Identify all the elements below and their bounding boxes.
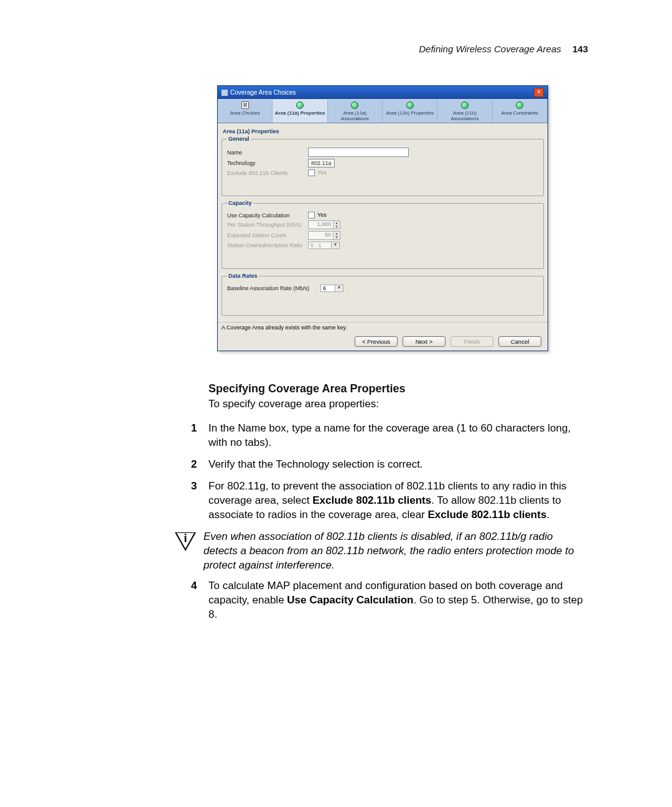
titlebar[interactable]: Coverage Area Choices × [218, 86, 548, 99]
step-icon [351, 101, 358, 109]
oversub-label: Station Oversubscription Ratio [227, 242, 308, 248]
oversub-select: 5 : 1▼ [308, 242, 340, 249]
steps-list: 1 In the Name box, type a name for the c… [190, 422, 588, 522]
row-use-capacity: Use Capacity Calculation Yes [227, 212, 538, 219]
step-text: Verify that the Technology selection is … [208, 458, 423, 470]
tab-area-choices[interactable]: Area Choices [218, 99, 273, 123]
data-rates-legend: Data Rates [227, 273, 259, 279]
row-per-station: Per Station Throughput (Kb/s) 1,000▲▼ [227, 220, 538, 229]
step-3: 3 For 802.11g, to prevent the associatio… [208, 479, 588, 522]
step-icon [516, 101, 523, 109]
window-title: Coverage Area Choices [230, 89, 296, 96]
use-capacity-checkbox[interactable]: Yes [308, 212, 327, 219]
dialog-coverage-area-choices: Coverage Area Choices × Area Choices Are… [217, 85, 548, 351]
step-text: In the Name box, type a name for the cov… [208, 422, 571, 448]
section-heading: Specifying Coverage Area Properties [208, 382, 588, 395]
tab-label: Area (11b) Properties [386, 110, 433, 116]
info-icon: i [175, 531, 196, 552]
cancel-button[interactable]: Cancel [498, 336, 541, 347]
chevron-down-icon: ▼ [334, 235, 340, 239]
step-number: 2 [191, 458, 197, 472]
tab-area-11b-properties[interactable]: Area (11b) Properties [383, 99, 437, 123]
tab-area-11b-associations[interactable]: Area (11b) Associations [437, 99, 492, 123]
tab-label: Area (11a) Properties [275, 110, 325, 116]
header-title: Defining Wireless Coverage Areas [419, 44, 561, 54]
list-icon [241, 101, 249, 109]
data-rates-group: Data Rates Baseline Association Rate (Mb… [222, 273, 544, 316]
wizard-tabs: Area Choices Area (11a) Properties Area … [218, 99, 548, 123]
finish-button: Finish [450, 336, 493, 347]
app-icon [222, 90, 228, 96]
wizard-panel: Area (11a) Properties General Name Techn… [218, 123, 548, 322]
capacity-legend: Capacity [227, 200, 253, 206]
lead-text: To specify coverage area properties: [208, 398, 588, 410]
tab-label: Area (11b) Associations [451, 110, 479, 121]
expected-count-stepper: 50▲▼ [308, 231, 340, 240]
step-icon [406, 101, 414, 109]
row-expected-count: Expected Station Count 50▲▼ [227, 231, 538, 240]
previous-button[interactable]: < Previous [355, 336, 398, 347]
tab-area-11a-properties[interactable]: Area (11a) Properties [273, 99, 327, 123]
close-icon: × [537, 88, 541, 95]
step-icon [461, 101, 469, 109]
general-group: General Name Technology 802.11a Exclude … [222, 136, 544, 196]
baseline-label: Baseline Association Rate (Mb/s) [227, 285, 320, 291]
step-4: 4 To calculate MAP placement and configu… [208, 579, 588, 622]
step-number: 4 [191, 579, 197, 593]
step-1: 1 In the Name box, type a name for the c… [208, 422, 588, 450]
tab-label: Area Choices [230, 110, 260, 116]
row-oversub: Station Oversubscription Ratio 5 : 1▼ [227, 242, 538, 249]
use-capacity-label: Use Capacity Calculation [227, 212, 308, 219]
tab-area-constraints[interactable]: Area Constraints [493, 99, 548, 123]
row-name: Name [227, 148, 538, 157]
tab-area-11a-associations[interactable]: Area (11a) Associations [328, 99, 383, 123]
status-message: A Coverage Area already exists with the … [218, 322, 548, 333]
document-page: Defining Wireless Coverage Areas 143 Cov… [177, 44, 588, 630]
capacity-group: Capacity Use Capacity Calculation Yes Pe… [222, 200, 544, 269]
chevron-down-icon: ▼ [335, 285, 343, 291]
info-note: i Even when association of 802.11b clien… [175, 530, 588, 573]
step-number: 3 [191, 479, 197, 494]
spinner-buttons: ▲▼ [334, 220, 340, 229]
row-technology: Technology 802.11a [227, 159, 538, 168]
per-station-label: Per Station Throughput (Kb/s) [227, 222, 308, 228]
note-text: Even when association of 802.11b clients… [203, 530, 588, 573]
next-button[interactable]: Next > [403, 336, 446, 347]
technology-value: 802.11a [308, 159, 335, 168]
wizard-buttons: < Previous Next > Finish Cancel [218, 333, 548, 351]
panel-title: Area (11a) Properties [223, 128, 544, 134]
exclude-checkbox: Yes [308, 169, 327, 176]
row-exclude-11b: Exclude 802.11b Clients Yes [227, 169, 538, 176]
chevron-down-icon: ▼ [334, 225, 340, 229]
general-legend: General [227, 136, 251, 142]
step-2: 2 Verify that the Technology selection i… [208, 458, 588, 472]
tab-label: Area Constraints [502, 110, 539, 116]
spinner-buttons: ▲▼ [334, 231, 340, 240]
close-button[interactable]: × [534, 88, 544, 97]
baseline-rate-select[interactable]: 6▼ [320, 285, 343, 292]
checkbox-icon [308, 169, 315, 176]
technology-label: Technology [227, 160, 308, 166]
name-label: Name [227, 149, 308, 156]
step-icon [296, 101, 304, 109]
steps-list-cont: 4 To calculate MAP placement and configu… [190, 579, 588, 622]
step-number: 1 [191, 422, 197, 436]
checkbox-icon [308, 212, 315, 219]
page-number: 143 [572, 44, 588, 54]
expected-count-label: Expected Station Count [227, 232, 308, 238]
tab-label: Area (11a) Associations [341, 110, 369, 121]
per-station-stepper: 1,000▲▼ [308, 220, 340, 229]
name-field[interactable] [308, 148, 409, 157]
step-text: To calculate MAP placement and configura… [208, 580, 583, 620]
step-text: For 802.11g, to prevent the association … [208, 480, 567, 521]
chevron-down-icon: ▼ [331, 242, 339, 248]
running-header: Defining Wireless Coverage Areas 143 [177, 44, 588, 54]
row-baseline-rate: Baseline Association Rate (Mb/s) 6▼ [227, 285, 538, 292]
exclude-label: Exclude 802.11b Clients [227, 170, 308, 176]
